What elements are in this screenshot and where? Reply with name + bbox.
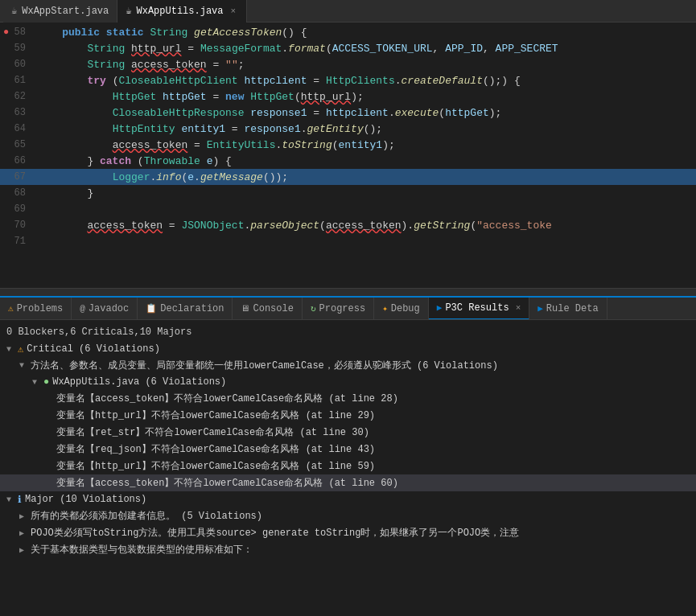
tab-javadoc-label: Javadoc: [89, 303, 129, 314]
tree-item-major-group[interactable]: ▼ ℹ Major (10 Violations): [0, 491, 696, 507]
tab-debug-label: Debug: [391, 303, 420, 314]
tab-problems-label: Problems: [17, 303, 64, 314]
code-line-68: 68 }: [0, 185, 696, 201]
tab-p3c-close[interactable]: ×: [516, 303, 521, 313]
line-content-71: [34, 236, 43, 248]
tree-item-viol-5[interactable]: 变量名【http_url】不符合lowerCamelCase命名风格 (at l…: [0, 458, 696, 474]
line-content-66: } catch (Throwable e) {: [34, 155, 232, 167]
viol-4-text: 变量名【req_json】不符合lowerCamelCase命名风格 (at l…: [56, 442, 375, 456]
code-line-65: 65 access_token = EntityUtils.toString(e…: [0, 137, 696, 153]
tab-ruledetail[interactable]: ▶ Rule Deta: [529, 298, 607, 320]
p3c-icon: ▶: [437, 302, 443, 313]
tree-item-critical-file[interactable]: ▼ ● WxAppUtils.java (6 Violations): [0, 374, 696, 390]
arrow-major-rule-2: ▶: [19, 528, 31, 538]
code-lines: 58 public static String getAccessToken()…: [0, 23, 696, 251]
line-content-65: access_token = EntityUtils.toString(enti…: [34, 139, 395, 151]
code-line-67: 67 Logger.info(e.getMessage());: [0, 169, 696, 185]
tree-item-major-rule-1[interactable]: ▶ 所有的类都必须添加创建者信息。 (5 Violations): [0, 507, 696, 524]
viol-2-text: 变量名【http_url】不符合lowerCamelCase命名风格 (at l…: [56, 409, 375, 422]
tab-console[interactable]: 🖥 Console: [233, 298, 302, 320]
tab-icon-1: ☕: [11, 5, 17, 17]
line-num-66: 66: [0, 155, 34, 166]
tree-item-major-rule-3[interactable]: ▶ 关于基本数据类型与包装数据类型的使用标准如下：: [0, 541, 696, 558]
tree-item-major-rule-2[interactable]: ▶ POJO类必须写toString方法。使用工具类source> genera…: [0, 524, 696, 541]
line-num-64: 64: [0, 123, 34, 134]
arrow-critical-file: ▼: [32, 378, 43, 387]
critical-group-text: Critical (6 Violations): [27, 343, 160, 355]
code-line-62: 62 HttpGet httpGet = new HttpGet(http_ur…: [0, 88, 696, 105]
panel-content: 0 Blockers,6 Criticals,10 Majors ▼ ⚠ Cri…: [0, 320, 696, 614]
line-content-61: try (CloseableHttpClient httpclient = Ht…: [34, 75, 521, 87]
viol-5-text: 变量名【http_url】不符合lowerCamelCase命名风格 (at l…: [56, 459, 375, 473]
hscroll-bar[interactable]: [0, 288, 696, 296]
tab-bar: ☕ WxAppStart.java ☕ WxAppUtils.java ×: [0, 0, 696, 23]
code-line-66: 66 } catch (Throwable e) {: [0, 153, 696, 169]
tree-item-critical-group[interactable]: ▼ ⚠ Critical (6 Violations): [0, 341, 696, 357]
line-content-68: }: [34, 187, 93, 199]
tab-close-2[interactable]: ×: [229, 6, 239, 17]
line-num-68: 68: [0, 187, 34, 199]
line-num-62: 62: [0, 91, 34, 102]
line-num-65: 65: [0, 139, 34, 150]
tab-label-1: WxAppStart.java: [22, 6, 109, 17]
tab-debug[interactable]: ✦ Debug: [374, 298, 429, 320]
line-num-69: 69: [0, 203, 34, 215]
tab-icon-2: ☕: [126, 5, 131, 17]
tab-problems[interactable]: ⚠ Problems: [0, 298, 72, 320]
line-content-63: CloseableHttpResponse response1 = httpcl…: [34, 107, 501, 119]
tab-wxappstart[interactable]: ☕ WxAppStart.java: [3, 0, 117, 23]
status-line: 0 Blockers,6 Criticals,10 Majors: [0, 323, 696, 341]
code-line-71: 71: [0, 233, 696, 249]
tab-label-2: WxAppUtils.java: [137, 6, 224, 17]
major-rule-1-text: 所有的类都必须添加创建者信息。 (5 Violations): [31, 509, 262, 523]
tree-item-critical-rule[interactable]: ▼ 方法名、参数名、成员变量、局部变量都统一使用lowerCamelCase，必…: [0, 357, 696, 374]
console-icon: 🖥: [241, 303, 249, 314]
bottom-tabs: ⚠ Problems @ Javadoc 📋 Declaration 🖥 Con…: [0, 298, 696, 320]
javadoc-icon: @: [80, 304, 85, 314]
tab-declaration[interactable]: 📋 Declaration: [138, 298, 233, 320]
code-line-60: 60 String access_token = "";: [0, 56, 696, 72]
code-line-64: 64 HttpEntity entity1 = response1.getEnt…: [0, 121, 696, 137]
circle-icon-file: ●: [43, 376, 49, 388]
code-line-59: 59 String http_url = MessageFormat.forma…: [0, 40, 696, 56]
viol-3-text: 变量名【ret_str】不符合lowerCamelCase命名风格 (at li…: [56, 425, 369, 439]
line-num-71: 71: [0, 236, 34, 247]
tree-item-viol-3[interactable]: 变量名【ret_str】不符合lowerCamelCase命名风格 (at li…: [0, 424, 696, 441]
debug-icon: ✦: [382, 303, 388, 314]
tab-console-label: Console: [253, 303, 293, 314]
status-text: 0 Blockers,6 Criticals,10 Majors: [6, 326, 192, 338]
bottom-panel: ⚠ Problems @ Javadoc 📋 Declaration 🖥 Con…: [0, 296, 696, 614]
tree-item-viol-4[interactable]: 变量名【req_json】不符合lowerCamelCase命名风格 (at l…: [0, 441, 696, 458]
tab-javadoc[interactable]: @ Javadoc: [72, 298, 138, 320]
arrow-critical-rule: ▼: [19, 361, 31, 370]
tab-wxapputils[interactable]: ☕ WxAppUtils.java ×: [117, 0, 247, 23]
line-content-60: String access_token = "";: [34, 59, 245, 71]
tab-progress[interactable]: ↻ Progress: [303, 298, 374, 320]
tree-item-viol-6[interactable]: 变量名【access_token】不符合lowerCamelCase命名风格 (…: [0, 474, 696, 491]
line-num-58: 58: [0, 27, 34, 38]
code-line-69: 69: [0, 201, 696, 217]
problems-icon: ⚠: [8, 303, 14, 314]
viol-1-text: 变量名【access_token】不符合lowerCamelCase命名风格 (…: [56, 392, 398, 405]
code-line-70: 70 access_token = JSONObject.parseObject…: [0, 217, 696, 233]
major-rule-3-text: 关于基本数据类型与包装数据类型的使用标准如下：: [31, 543, 253, 556]
critical-rule-text: 方法名、参数名、成员变量、局部变量都统一使用lowerCamelCase，必须遵…: [31, 359, 498, 372]
info-icon-major: ℹ: [18, 494, 22, 506]
code-line-58: 58 public static String getAccessToken()…: [0, 24, 696, 40]
line-num-61: 61: [0, 75, 34, 86]
line-num-67: 67: [0, 171, 34, 183]
line-content-67: Logger.info(e.getMessage());: [34, 171, 288, 183]
line-content-64: HttpEntity entity1 = response1.getEntity…: [34, 123, 382, 135]
arrow-major-rule-1: ▶: [19, 511, 31, 521]
arrow-major-rule-3: ▶: [19, 545, 31, 555]
tab-progress-label: Progress: [319, 303, 366, 314]
major-group-text: Major (10 Violations): [25, 494, 146, 505]
code-line-63: 63 CloseableHttpResponse response1 = htt…: [0, 105, 696, 121]
major-rule-2-text: POJO类必须写toString方法。使用工具类source> generate…: [31, 526, 519, 540]
line-content-59: String http_url = MessageFormat.format(A…: [34, 43, 558, 55]
tab-p3c-label: P3C Results: [445, 302, 509, 314]
tree-item-viol-1[interactable]: 变量名【access_token】不符合lowerCamelCase命名风格 (…: [0, 390, 696, 407]
tab-p3c[interactable]: ▶ P3C Results ×: [429, 298, 529, 320]
tree-item-viol-2[interactable]: 变量名【http_url】不符合lowerCamelCase命名风格 (at l…: [0, 407, 696, 424]
arrow-major: ▼: [6, 495, 18, 504]
